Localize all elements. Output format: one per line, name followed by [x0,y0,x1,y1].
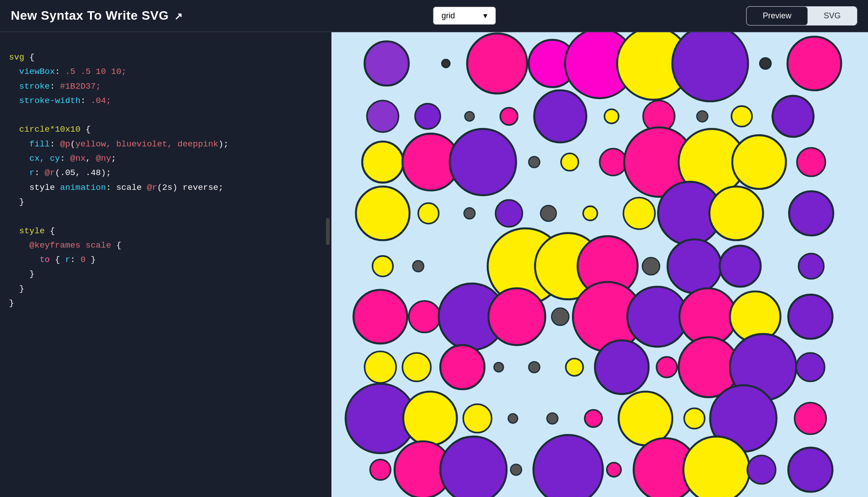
tab-group: Preview SVG [746,6,857,26]
svg-point-32 [495,200,522,227]
svg-point-40 [413,261,424,272]
code-panel: svg { viewBox: .5 .5 10 10; stroke: #1B2… [0,32,331,497]
svg-point-61 [494,362,503,372]
svg-point-29 [356,187,410,240]
chevron-down-icon: ▾ [483,11,487,21]
svg-point-49 [409,301,440,332]
view-dropdown[interactable]: grid ▾ [433,7,496,25]
svg-point-13 [534,90,586,142]
svg-point-73 [547,413,558,424]
svg-point-23 [561,154,579,171]
page-title: New Syntax To Write SVG ↗ [11,9,183,23]
scrollbar-handle[interactable] [326,218,330,245]
svg-point-6 [672,32,748,101]
dropdown-value: grid [442,11,455,21]
preview-panel [331,32,868,497]
svg-point-86 [683,437,750,497]
svg-preview [331,32,868,497]
svg-point-27 [732,135,786,189]
code-editor[interactable]: svg { viewBox: .5 .5 10 10; stroke: #1B2… [9,50,322,310]
svg-point-59 [403,353,431,381]
svg-point-76 [684,408,705,429]
svg-point-70 [403,392,457,446]
svg-point-51 [489,288,546,345]
svg-point-84 [607,463,621,477]
svg-point-83 [533,435,603,497]
svg-point-28 [797,148,825,176]
svg-point-0 [365,41,409,86]
svg-point-72 [508,414,518,423]
svg-point-47 [799,253,824,278]
title-text: New Syntax To Write SVG [11,9,169,22]
svg-tab[interactable]: SVG [808,7,857,25]
svg-point-34 [583,206,597,221]
external-link-icon: ↗ [174,11,183,22]
svg-point-31 [464,208,475,219]
svg-point-14 [605,109,619,124]
svg-point-62 [529,362,540,373]
svg-point-37 [709,187,763,240]
svg-point-18 [773,96,814,137]
svg-point-8 [787,37,841,90]
svg-point-45 [668,240,722,293]
svg-point-48 [353,290,407,343]
svg-point-63 [566,359,583,376]
svg-point-88 [788,448,833,492]
main-layout: svg { viewBox: .5 .5 10 10; stroke: #1B2… [0,32,868,497]
svg-point-17 [731,106,752,127]
svg-point-65 [657,357,677,377]
svg-point-64 [595,340,649,394]
svg-point-2 [467,34,527,94]
svg-point-24 [600,149,627,176]
svg-point-74 [585,410,602,427]
svg-point-38 [789,191,834,236]
svg-point-58 [365,351,396,383]
svg-point-16 [697,111,708,122]
svg-point-54 [627,287,688,347]
svg-point-71 [463,404,491,433]
svg-point-10 [415,104,440,129]
svg-point-1 [442,60,450,68]
svg-point-21 [450,129,516,195]
svg-point-52 [552,308,569,326]
svg-point-19 [362,141,404,183]
svg-point-39 [373,256,393,277]
svg-point-22 [529,157,540,168]
svg-point-12 [500,107,518,125]
svg-point-33 [541,206,556,221]
svg-point-60 [440,345,485,390]
svg-point-35 [623,197,655,229]
svg-point-30 [418,203,439,224]
svg-point-7 [760,58,771,69]
svg-point-79 [370,459,391,480]
header: New Syntax To Write SVG ↗ grid ▾ Preview… [0,0,868,32]
svg-point-44 [642,257,660,275]
svg-point-68 [796,353,825,381]
svg-point-46 [720,246,761,287]
svg-point-87 [747,455,775,484]
header-center: grid ▾ [433,7,496,25]
svg-point-11 [465,111,474,121]
preview-tab[interactable]: Preview [747,7,808,25]
svg-point-81 [440,437,507,497]
svg-point-9 [367,101,398,132]
svg-point-78 [795,403,826,434]
svg-point-82 [511,464,522,476]
svg-point-57 [788,295,833,339]
